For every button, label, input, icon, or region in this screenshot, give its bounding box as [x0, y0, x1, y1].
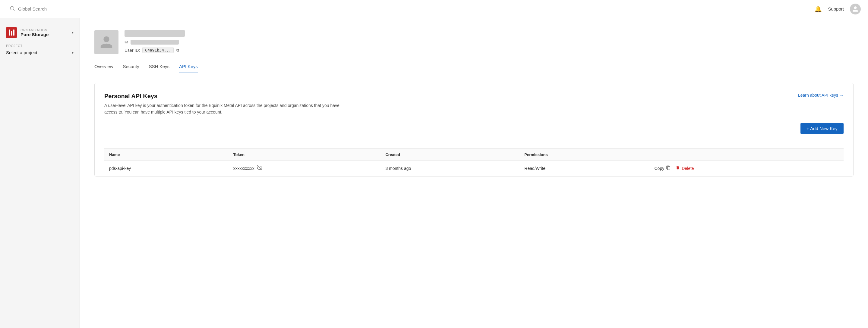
nav-right: 🔔 Support: [814, 4, 861, 14]
col-header-created: Created: [380, 149, 520, 161]
api-key-token-cell: xxxxxxxxxx: [228, 161, 381, 176]
api-keys-table: Name Token Created Permissions pds-api-k…: [104, 149, 844, 176]
table-row: pds-api-key xxxxxxxxxx: [104, 161, 844, 176]
user-id-row: User ID: 64a91b34... ⧉: [125, 47, 854, 53]
col-header-token: Token: [228, 149, 381, 161]
profile-email-blurred: [130, 40, 179, 44]
sidebar: ORGANIZATION Pure Storage ▾ PROJECT Sele…: [0, 18, 80, 328]
email-icon: ✉: [125, 40, 128, 44]
api-keys-card: Personal API Keys Learn about API keys →…: [94, 83, 854, 176]
user-id-copy-icon[interactable]: ⧉: [176, 47, 179, 53]
tabs: Overview Security SSH Keys API Keys: [94, 64, 854, 73]
copy-api-key-button[interactable]: Copy: [654, 165, 671, 171]
project-select-dropdown-icon: ▾: [72, 51, 73, 55]
delete-api-key-button[interactable]: Delete: [676, 166, 694, 171]
org-text: ORGANIZATION Pure Storage: [21, 28, 68, 37]
tab-ssh-keys[interactable]: SSH Keys: [149, 64, 169, 73]
profile-email-row: ✉: [125, 40, 854, 44]
org-name: Pure Storage: [21, 32, 68, 37]
card-header: Personal API Keys Learn about API keys →: [104, 93, 844, 100]
delete-icon: [676, 166, 680, 171]
svg-line-1: [13, 9, 14, 10]
project-label: PROJECT: [6, 44, 73, 47]
copy-label: Copy: [654, 166, 664, 171]
org-logo: [6, 27, 17, 38]
layout: ORGANIZATION Pure Storage ▾ PROJECT Sele…: [0, 18, 868, 328]
tab-overview[interactable]: Overview: [94, 64, 113, 73]
api-key-name: pds-api-key: [104, 161, 228, 176]
project-section: PROJECT Select a project ▾: [0, 44, 80, 60]
org-label: ORGANIZATION: [21, 28, 68, 32]
org-section: ORGANIZATION Pure Storage ▾: [0, 24, 80, 44]
search-input[interactable]: [18, 6, 814, 11]
project-select[interactable]: Select a project ▾: [6, 50, 73, 55]
profile-name-blurred: [125, 30, 185, 37]
col-header-permissions: Permissions: [520, 149, 649, 161]
user-avatar[interactable]: [850, 4, 861, 14]
api-key-actions: Copy: [649, 161, 844, 176]
notification-bell-icon[interactable]: 🔔: [814, 5, 822, 13]
main-content: ✉ User ID: 64a91b34... ⧉ Overview Securi…: [80, 18, 868, 328]
add-new-key-button[interactable]: + Add New Key: [801, 123, 844, 134]
profile-info: ✉ User ID: 64a91b34... ⧉: [125, 30, 854, 53]
top-nav: 🔔 Support: [0, 0, 868, 18]
profile-header: ✉ User ID: 64a91b34... ⧉: [94, 30, 854, 54]
col-header-actions: [649, 149, 844, 161]
table-header-row: Name Token Created Permissions: [104, 149, 844, 161]
token-visibility-icon[interactable]: [257, 165, 262, 172]
org-dropdown-icon[interactable]: ▾: [72, 30, 73, 35]
user-id-label: User ID:: [125, 48, 140, 53]
col-header-name: Name: [104, 149, 228, 161]
user-id-value: 64a91b34...: [142, 47, 174, 53]
support-link[interactable]: Support: [828, 6, 844, 11]
tab-security[interactable]: Security: [123, 64, 139, 73]
card-title: Personal API Keys: [104, 93, 157, 100]
api-key-permissions: Read/Write: [520, 161, 649, 176]
copy-icon: [666, 165, 671, 171]
api-key-created: 3 months ago: [380, 161, 520, 176]
delete-label: Delete: [682, 166, 694, 171]
profile-avatar: [94, 30, 119, 54]
api-key-token-value: xxxxxxxxxx: [234, 166, 254, 171]
search-area: [10, 6, 814, 12]
search-icon: [10, 6, 15, 12]
card-description: A user-level API key is your authenticat…: [104, 102, 339, 116]
tab-api-keys[interactable]: API Keys: [179, 64, 198, 73]
project-select-text: Select a project: [6, 50, 37, 55]
learn-api-keys-link[interactable]: Learn about API keys →: [798, 93, 844, 98]
